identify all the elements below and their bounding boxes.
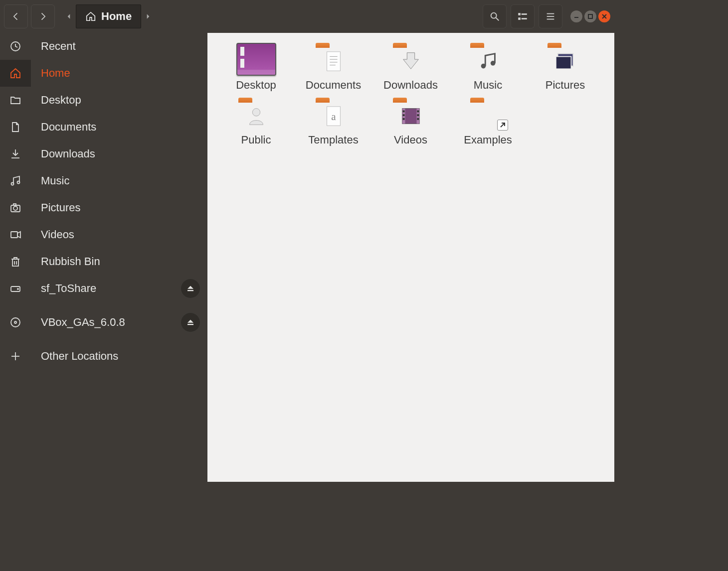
path-next-button[interactable] (141, 4, 155, 28)
menu-button[interactable] (539, 4, 562, 28)
folder-label: Music (474, 79, 502, 92)
folder-examples[interactable]: Examples (449, 98, 527, 146)
home-icon (0, 60, 31, 87)
view-mode-button[interactable] (511, 4, 535, 28)
folder-label: Desktop (236, 79, 276, 92)
folder-icon (314, 43, 354, 76)
search-button[interactable] (483, 4, 507, 28)
folder-label: Documents (306, 79, 361, 92)
nav-group (4, 4, 55, 28)
desktop-icon (236, 43, 276, 76)
path-prev-button[interactable] (62, 4, 76, 28)
svg-rect-6 (522, 14, 527, 15)
svg-rect-36 (417, 118, 419, 120)
svg-rect-31 (402, 111, 404, 113)
folder-icon (236, 98, 276, 131)
triangle-right-icon (145, 13, 152, 20)
svg-rect-7 (522, 18, 527, 19)
svg-rect-5 (519, 18, 521, 20)
document-overlay-icon (321, 50, 347, 73)
folder-pictures[interactable]: Pictures (527, 43, 604, 92)
chevron-right-icon (38, 11, 48, 21)
svg-line-3 (496, 18, 499, 21)
sidebar-item-sf-toshare[interactable]: sf_ToShare (0, 275, 207, 302)
svg-rect-35 (417, 114, 419, 116)
eject-button-vbox-gas-6-0-8[interactable] (181, 312, 200, 332)
video-overlay-icon (398, 105, 424, 128)
svg-point-21 (481, 64, 486, 69)
search-icon (489, 11, 500, 22)
trash-icon (0, 248, 31, 275)
folder-label: Videos (394, 134, 427, 146)
folder-downloads[interactable]: Downloads (372, 43, 449, 92)
folder-grid: Desktop Documents Downloads Music Pictur… (217, 43, 604, 146)
close-button[interactable] (598, 10, 610, 22)
person-overlay-icon (243, 105, 269, 128)
document-icon (0, 114, 31, 141)
folder-music[interactable]: Music (449, 43, 527, 92)
folder-icon (546, 43, 585, 76)
sidebar-item-other-locations[interactable]: Other Locations (0, 343, 207, 370)
svg-point-2 (491, 13, 497, 18)
path-segment-label: Home (101, 10, 132, 23)
path-segment-home[interactable]: Home (76, 4, 141, 28)
sidebar-item-vbox-gas-6-0-8[interactable]: VBox_GAs_6.0.8 (0, 309, 207, 336)
path-bar: Home (62, 4, 155, 28)
folder-label: Examples (464, 134, 512, 146)
sidebar: Recent Home Desktop Documents Downloads … (0, 33, 207, 482)
folder-templates[interactable]: a Templates (295, 98, 372, 146)
camera-icon (0, 194, 31, 221)
plus-icon (0, 343, 31, 370)
toolbar-right (483, 4, 610, 28)
folder-videos[interactable]: Videos (372, 98, 449, 146)
svg-marker-0 (68, 14, 70, 18)
folder-public[interactable]: Public (217, 98, 295, 146)
sidebar-item-label: Recent (31, 40, 76, 53)
eject-button-sf-toshare[interactable] (181, 279, 200, 298)
hamburger-icon (545, 11, 556, 22)
folder-documents[interactable]: Documents (295, 43, 372, 92)
sidebar-item-rubbish-bin[interactable]: Rubbish Bin (0, 248, 207, 275)
folder-icon (391, 43, 431, 76)
minimize-button[interactable] (570, 10, 582, 22)
triangle-left-icon (65, 13, 72, 20)
sidebar-item-pictures[interactable]: Pictures (0, 194, 207, 221)
forward-button[interactable] (31, 4, 55, 28)
sidebar-item-music[interactable]: Music (0, 167, 207, 194)
svg-rect-34 (417, 111, 419, 113)
sidebar-item-documents[interactable]: Documents (0, 114, 207, 141)
sidebar-item-label: Downloads (31, 147, 95, 160)
svg-marker-1 (147, 14, 150, 18)
video-icon (0, 221, 31, 248)
folder-label: Downloads (383, 79, 438, 92)
sidebar-item-label: Other Locations (31, 350, 118, 363)
folder-icon: a (314, 98, 354, 131)
clock-icon (0, 33, 31, 60)
svg-text:a: a (331, 111, 336, 123)
home-icon (85, 11, 96, 22)
sidebar-item-videos[interactable]: Videos (0, 221, 207, 248)
folder-icon (391, 98, 431, 131)
sidebar-item-desktop[interactable]: Desktop (0, 87, 207, 114)
chevron-left-icon (11, 11, 21, 21)
drive-icon (0, 275, 31, 302)
sidebar-item-home[interactable]: Home (0, 60, 207, 87)
svg-point-25 (252, 109, 260, 116)
maximize-icon (587, 13, 593, 19)
back-button[interactable] (4, 4, 28, 28)
music-overlay-icon (475, 50, 501, 73)
music-icon (0, 167, 31, 194)
sidebar-item-recent[interactable]: Recent (0, 33, 207, 60)
sidebar-item-downloads[interactable]: Downloads (0, 141, 207, 167)
folder-desktop[interactable]: Desktop (217, 43, 295, 92)
list-view-icon (517, 11, 528, 22)
svg-rect-12 (588, 14, 592, 18)
sidebar-item-label: Pictures (31, 201, 80, 214)
template-overlay-icon: a (321, 105, 347, 128)
maximize-button[interactable] (584, 10, 596, 22)
close-icon (601, 13, 607, 19)
svg-rect-15 (327, 52, 340, 71)
download-icon (0, 141, 31, 167)
sidebar-item-label: sf_ToShare (31, 282, 96, 295)
sidebar-item-label: Rubbish Bin (31, 255, 100, 268)
